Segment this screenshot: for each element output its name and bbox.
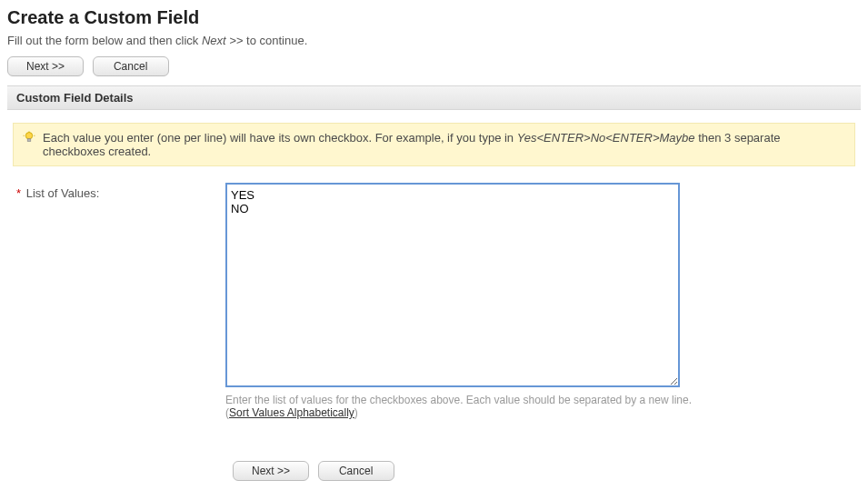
form-label-values: * List of Values: [16,183,225,200]
required-asterisk: * [16,186,21,200]
label-text: List of Values: [26,186,100,200]
lightbulb-icon [23,131,35,144]
sort-values-link[interactable]: Sort Values Alphabetically [229,406,354,419]
instruction-italic: Next >> [202,34,244,47]
help-text-line: Enter the list of values for the checkbo… [225,394,692,406]
top-button-row: Next >> Cancel [7,56,861,76]
bottom-button-row: Next >> Cancel [233,461,861,481]
cancel-button-bottom[interactable]: Cancel [318,461,394,481]
section-header: Custom Field Details [7,85,861,110]
next-button[interactable]: Next >> [7,56,84,76]
hint-box: Each value you enter (one per line) will… [13,123,855,166]
next-button-bottom[interactable]: Next >> [233,461,309,481]
svg-point-0 [25,133,32,139]
page-title: Create a Custom Field [7,7,861,28]
hint-italic: Yes<ENTER>No<ENTER>Maybe [517,131,695,145]
hint-text: Each value you enter (one per line) will… [43,131,845,158]
cancel-button[interactable]: Cancel [93,56,169,76]
form-field-values: Enter the list of values for the checkbo… [225,183,852,419]
help-text: Enter the list of values for the checkbo… [225,394,698,419]
values-textarea[interactable] [225,183,680,387]
hint-prefix: Each value you enter (one per line) will… [43,131,517,145]
page-instruction: Fill out the form below and then click N… [7,34,861,47]
instruction-prefix: Fill out the form below and then click [7,34,202,47]
svg-rect-1 [27,139,31,142]
instruction-suffix: to continue. [243,34,307,47]
form-row-values: * List of Values: Enter the list of valu… [7,183,861,419]
